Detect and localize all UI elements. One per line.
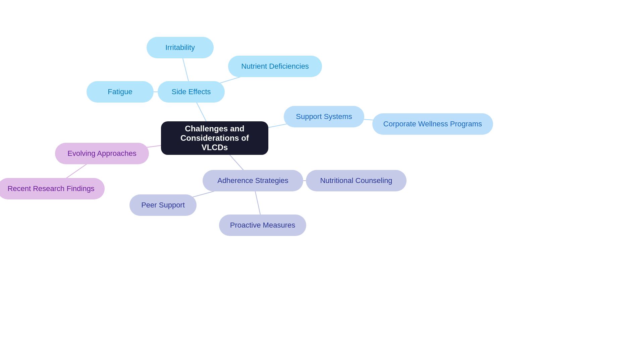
node-evolvingApproaches[interactable]: Evolving Approaches <box>55 143 149 164</box>
node-adherenceStrategies[interactable]: Adherence Strategies <box>203 170 303 191</box>
node-corporateWellness[interactable]: Corporate Wellness Programs <box>372 113 493 135</box>
node-nutritionalCounseling[interactable]: Nutritional Counseling <box>306 170 407 191</box>
mindmap-canvas: Challenges and Considerations of VLCDsSi… <box>0 0 644 363</box>
node-fatigue[interactable]: Fatigue <box>87 81 154 103</box>
node-sideEffects[interactable]: Side Effects <box>158 81 225 103</box>
node-proactiveMeasures[interactable]: Proactive Measures <box>219 215 306 236</box>
node-supportSystems[interactable]: Support Systems <box>284 106 364 127</box>
node-center[interactable]: Challenges and Considerations of VLCDs <box>161 121 268 155</box>
node-recentResearch[interactable]: Recent Research Findings <box>0 178 105 199</box>
node-irritability[interactable]: Irritability <box>147 37 214 58</box>
node-peerSupport[interactable]: Peer Support <box>129 194 197 216</box>
node-nutrientDeficiencies[interactable]: Nutrient Deficiencies <box>228 56 322 77</box>
